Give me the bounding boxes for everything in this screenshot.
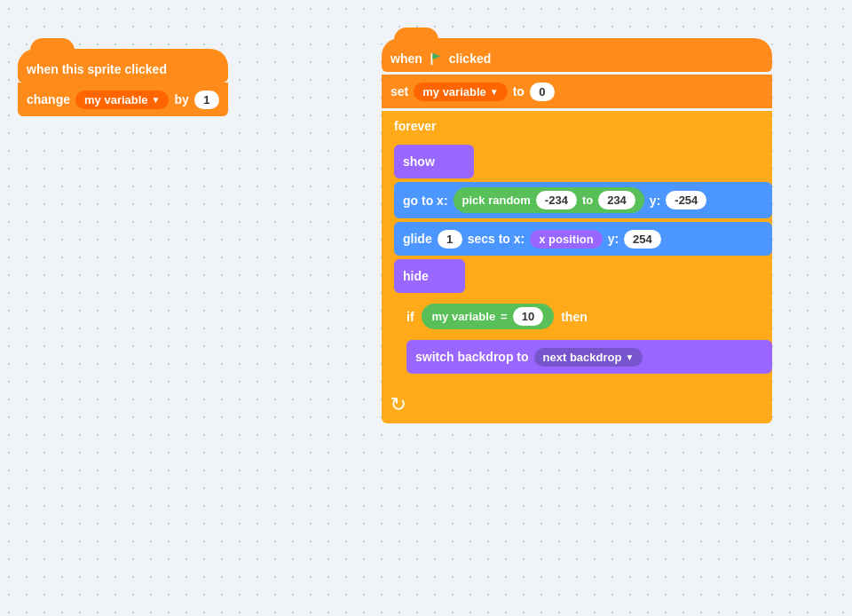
right-block-stack: when clicked set my variable ▼ to 0 fore… (382, 38, 772, 423)
hide-label: hide (403, 269, 429, 283)
if-label: if (406, 310, 414, 324)
equals-label: = (501, 310, 508, 323)
forever-block: forever show go to x: pick random -234 t… (382, 111, 772, 423)
y-value[interactable]: -254 (666, 191, 706, 209)
change-variable-block[interactable]: change my variable ▼ by 1 (18, 83, 228, 116)
pick-random-block[interactable]: pick random -234 to 234 (454, 187, 644, 213)
forever-body: show go to x: pick random -234 to 234 y:… (394, 141, 772, 390)
if-body: switch backdrop to next backdrop ▼ (406, 336, 772, 377)
glide-label: glide (403, 232, 432, 246)
set-variable-dropdown[interactable]: my variable ▼ (414, 83, 507, 101)
next-backdrop-dropdown[interactable]: next backdrop ▼ (534, 348, 643, 367)
by-label: by (174, 92, 188, 107)
show-label: show (403, 154, 435, 169)
clicked-label: clicked (449, 51, 491, 66)
variable-dropdown[interactable]: my variable ▼ (75, 91, 169, 109)
dropdown-arrow-icon: ▼ (152, 95, 161, 105)
when-label: when (390, 51, 422, 66)
when-sprite-clicked-hat[interactable]: when this sprite clicked (18, 49, 228, 83)
set-value[interactable]: 0 (530, 83, 555, 101)
to-label: to (513, 84, 525, 99)
glide-block[interactable]: glide 1 secs to x: x position y: 254 (394, 222, 772, 256)
hide-block[interactable]: hide (394, 259, 465, 293)
y-label: y: (650, 193, 660, 208)
forever-footer: ↺ (382, 390, 772, 416)
change-label: change (27, 92, 70, 107)
if-footer (394, 377, 772, 386)
glide-val[interactable]: 1 (438, 230, 462, 249)
condition-variable-label: my variable (432, 310, 496, 323)
goto-block[interactable]: go to x: pick random -234 to 234 y: -254 (394, 182, 772, 218)
condition-block[interactable]: my variable = 10 (422, 304, 555, 329)
switch-backdrop-block[interactable]: switch backdrop to next backdrop ▼ (406, 340, 772, 374)
forever-header: forever (382, 111, 772, 141)
show-block[interactable]: show (394, 145, 474, 178)
goto-label: go to x: (403, 193, 448, 208)
flag-icon (428, 51, 444, 67)
if-value[interactable]: 10 (513, 307, 543, 326)
rand-min[interactable]: -234 (536, 191, 577, 209)
secs-to-x-label: secs to x: (468, 232, 525, 246)
left-block-stack: when this sprite clicked change my varia… (18, 49, 228, 116)
x-position-pill[interactable]: x position (530, 230, 602, 249)
if-block: if my variable = 10 then switch backdrop… (394, 296, 772, 386)
switch-backdrop-label: switch backdrop to (415, 350, 529, 364)
set-label: set (390, 84, 408, 99)
then-label: then (561, 310, 588, 324)
pick-random-label: pick random (462, 193, 531, 207)
set-variable-block[interactable]: set my variable ▼ to 0 (382, 75, 772, 108)
when-sprite-clicked-label: when this sprite clicked (27, 62, 167, 76)
loop-arrow-icon: ↺ (390, 393, 406, 416)
when-flag-clicked-hat[interactable]: when clicked (382, 38, 772, 72)
to-label2: to (582, 193, 593, 207)
glide-y-label: y: (608, 232, 619, 246)
if-header: if my variable = 10 then (394, 296, 772, 336)
rand-max[interactable]: 234 (598, 191, 635, 209)
dropdown-arrow-icon3: ▼ (625, 352, 634, 362)
dropdown-arrow-icon2: ▼ (490, 87, 499, 97)
forever-label: forever (394, 119, 436, 133)
by-value[interactable]: 1 (194, 91, 219, 109)
glide-y-val[interactable]: 254 (624, 230, 661, 249)
svg-rect-0 (430, 53, 432, 65)
